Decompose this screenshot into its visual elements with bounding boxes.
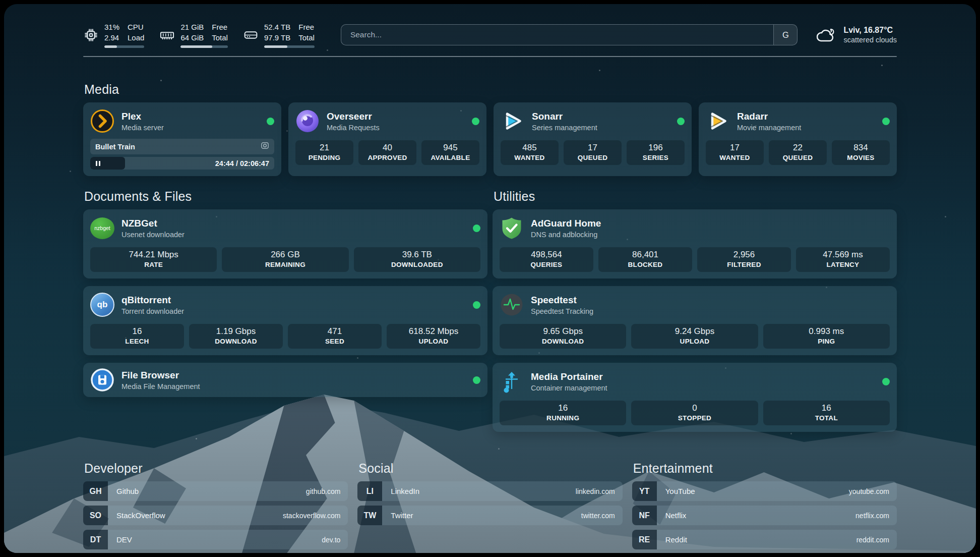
bookmark-name: Github [116, 487, 139, 495]
cloud-icon [815, 27, 836, 43]
speedtest-card[interactable]: Speedtest Speedtest Tracking 9.65 Gbps D… [493, 286, 897, 355]
bookmark-name: Reddit [665, 535, 687, 544]
disk-free: 52.4 TB [264, 22, 290, 32]
radarr-icon [706, 109, 730, 133]
service-name: Plex [121, 111, 164, 122]
bookmark-url: linkedin.com [576, 487, 615, 495]
bookmark-youtube[interactable]: YT YouTube youtube.com [632, 481, 897, 501]
service-subtitle: Torrent downloader [121, 307, 184, 315]
service-subtitle: Speedtest Tracking [531, 307, 593, 315]
service-name: Speedtest [531, 295, 593, 306]
bookmark-github[interactable]: GH Github github.com [83, 481, 348, 501]
service-name: Sonarr [532, 111, 597, 122]
media-section-title: Media [84, 82, 897, 97]
social-section-title: Social [358, 461, 622, 476]
bookmark-name: StackOverflow [116, 511, 165, 520]
qbittorrent-card[interactable]: qb qBittorrent Torrent downloader 16 [83, 286, 487, 355]
disk-total: 97.9 TB [264, 32, 290, 43]
status-online-dot [473, 376, 480, 384]
documents-section-title: Documents & Files [84, 189, 487, 204]
status-online-dot [677, 118, 685, 125]
cpu-values: 31% 2.94 [104, 22, 119, 43]
cpu-icon [83, 27, 99, 43]
stat-stopped: 0 STOPPED [631, 401, 758, 425]
bookmark-name: DEV [116, 535, 132, 544]
cpu-label-top: CPU [128, 22, 144, 32]
bookmark-name: Twitter [391, 511, 413, 520]
sonarr-card[interactable]: Sonarr Series management 485 WANTED 17 Q… [494, 102, 692, 176]
memory-progress-bar [180, 45, 228, 48]
service-name: NZBGet [121, 218, 185, 229]
cpu-load: 2.94 [104, 32, 119, 43]
video-type-icon [261, 141, 269, 152]
stat-wanted: 485 WANTED [501, 140, 559, 165]
now-playing-row: Bullet Train [90, 139, 274, 154]
radarr-card[interactable]: Radarr Movie management 17 WANTED 22 QUE… [699, 102, 897, 176]
plex-card[interactable]: Plex Media server Bullet Train [83, 102, 281, 176]
portainer-card[interactable]: Media Portainer Container management 16 … [493, 363, 897, 432]
stat-queued: 17 QUEUED [564, 140, 622, 165]
status-online-dot [472, 118, 479, 125]
bookmark-url: reddit.com [856, 536, 889, 544]
memory-icon [159, 27, 175, 43]
stat-approved: 40 APPROVED [358, 140, 416, 165]
bookmark-abbr: LI [357, 481, 382, 501]
bookmark-abbr: SO [83, 506, 108, 525]
stat-remaining: 266 GB REMAINING [222, 247, 348, 272]
stat-queries: 498,564 QUERIES [500, 247, 593, 272]
social-section: Social LI LinkedIn linkedin.com TW Twitt… [357, 461, 622, 553]
bookmark-twitter[interactable]: TW Twitter twitter.com [357, 506, 622, 525]
filebrowser-card[interactable]: File Browser Media File Management [83, 363, 487, 397]
nzbget-card[interactable]: nzbget NZBGet Usenet downloader 744.21 M… [83, 209, 487, 278]
search-input[interactable] [341, 25, 774, 45]
disk-values: 52.4 TB 97.9 TB [264, 22, 290, 43]
developer-section: Developer GH Github github.com SO StackO… [83, 461, 348, 553]
media-section: Media Plex Media server [83, 82, 897, 176]
memory-total: 64 GiB [180, 32, 204, 43]
service-subtitle: Container management [531, 384, 607, 392]
bookmark-abbr: GH [83, 481, 108, 501]
memory-label-bottom: Total [212, 32, 228, 43]
bookmark-abbr: DT [83, 530, 108, 549]
utilities-section-title: Utilities [494, 189, 897, 204]
cpu-widget: 31% 2.94 CPU Load [83, 22, 144, 48]
disk-progress-bar [264, 45, 315, 48]
portainer-icon [500, 369, 524, 394]
bookmark-url: stackoverflow.com [283, 512, 340, 520]
bookmark-stackoverflow[interactable]: SO StackOverflow stackoverflow.com [83, 506, 348, 525]
search-provider-button[interactable]: G [773, 25, 797, 45]
entertainment-section: Entertainment YT YouTube youtube.com NF … [632, 461, 897, 553]
dashboard-screen: 31% 2.94 CPU Load [4, 4, 976, 553]
stat-queued: 22 QUEUED [769, 140, 827, 165]
memory-label-top: Free [212, 22, 228, 32]
adguard-card[interactable]: AdGuard Home DNS and adblocking 498,564 … [493, 209, 897, 278]
bookmark-name: Netflix [665, 511, 687, 520]
stat-download: 9.65 Gbps DOWNLOAD [500, 324, 626, 349]
service-name: File Browser [121, 370, 200, 381]
sonarr-icon [501, 109, 525, 133]
service-subtitle: Usenet downloader [121, 231, 185, 239]
service-subtitle: Series management [532, 124, 597, 132]
playback-progress-fill [90, 157, 125, 170]
bookmark-abbr: RE [632, 530, 657, 549]
bookmark-abbr: NF [632, 506, 657, 525]
bookmark-dev[interactable]: DT DEV dev.to [83, 530, 348, 549]
overseerr-card[interactable]: Overseerr Media Requests 21 PENDING 40 A… [288, 102, 486, 176]
status-online-dot [267, 118, 274, 125]
developer-section-title: Developer [84, 461, 348, 476]
speedtest-icon [500, 293, 524, 317]
cpu-percent: 31% [104, 22, 119, 32]
bookmark-abbr: TW [357, 506, 382, 525]
stat-blocked: 86,401 BLOCKED [598, 247, 692, 272]
memory-values: 21 GiB 64 GiB [180, 22, 204, 43]
disk-label-bottom: Total [298, 32, 315, 43]
bookmark-reddit[interactable]: RE Reddit reddit.com [632, 530, 897, 549]
playback-progress-bar: 24:44 / 02:06:47 [90, 157, 274, 170]
bookmark-netflix[interactable]: NF Netflix netflix.com [632, 506, 897, 525]
memory-labels: Free Total [212, 22, 228, 43]
stat-upload: 9.24 Gbps UPLOAD [631, 324, 758, 349]
status-online-dot [882, 378, 890, 385]
utilities-section: Utilities [493, 189, 897, 432]
stat-pending: 21 PENDING [295, 140, 353, 165]
bookmark-linkedin[interactable]: LI LinkedIn linkedin.com [357, 481, 622, 501]
